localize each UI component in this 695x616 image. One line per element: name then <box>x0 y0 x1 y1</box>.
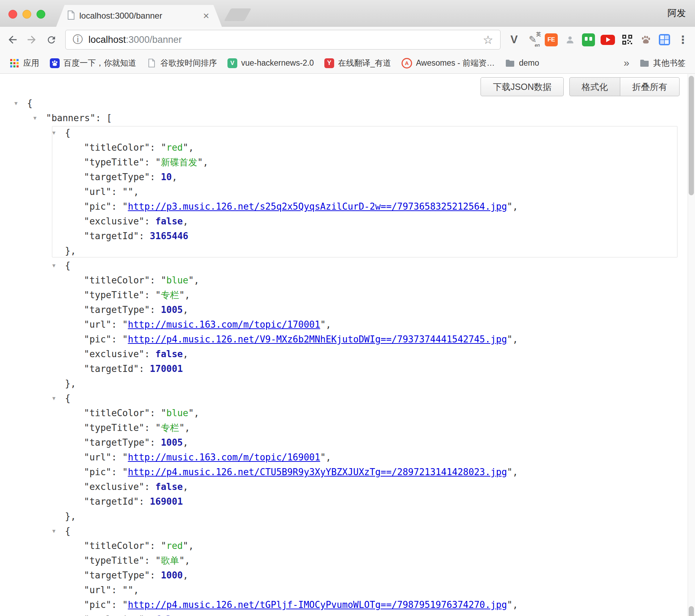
scrollbar-corner[interactable] <box>689 606 694 616</box>
bookmark-label: vue-hackernews-2.0 <box>241 58 314 68</box>
vertical-scrollbar[interactable] <box>688 74 695 616</box>
json-key: "typeTitle" <box>84 555 144 566</box>
json-line: ▼{ <box>0 125 688 140</box>
bookmark-item-youdao[interactable]: Y 在线翻译_有道 <box>320 55 396 71</box>
json-url-link[interactable]: http://music.163.com/m/topic/170001 <box>128 319 320 330</box>
new-tab-button[interactable] <box>224 8 251 21</box>
grid-extension-icon[interactable] <box>658 33 671 46</box>
profile-name[interactable]: 阿发 <box>668 0 686 26</box>
awesomes-icon: A <box>402 58 412 68</box>
json-key: "pic" <box>84 334 111 345</box>
collapse-all-button[interactable]: 折叠所有 <box>620 77 680 96</box>
collapse-arrow-icon[interactable]: ▼ <box>52 524 55 538</box>
person-extension-icon[interactable] <box>563 33 576 46</box>
json-line: "pic": "http://p3.music.126.net/s25q2x5Q… <box>0 199 688 214</box>
json-token: " <box>123 186 128 197</box>
json-line: "pic": "http://p4.music.126.net/V9-MXz6b… <box>0 332 688 347</box>
forward-button[interactable] <box>22 27 41 53</box>
json-url-link[interactable]: http://p4.music.126.net/CTU5B9R9y3XyYBZX… <box>128 467 507 477</box>
json-key: "titleColor" <box>84 142 150 153</box>
json-url-link[interactable]: http://music.163.com/m/topic/169001 <box>128 452 320 463</box>
json-punctuation: , <box>194 275 199 286</box>
json-line: "typeTitle": "新碟首发", <box>0 155 688 170</box>
json-line: "targetId": 169001 <box>0 494 688 509</box>
json-key: "typeTitle" <box>84 290 144 300</box>
json-key: "url" <box>84 585 111 595</box>
bookmark-star-icon[interactable]: ☆ <box>483 33 493 47</box>
paw-extension-icon[interactable] <box>639 33 652 46</box>
tab-close-icon[interactable]: × <box>203 11 209 21</box>
json-tree: ▼{▼"banners": [▼{"titleColor": "red","ty… <box>0 96 688 616</box>
dictionary-extension-icon[interactable]: ✎ 英 en <box>526 33 539 46</box>
collapse-arrow-icon[interactable]: ▼ <box>52 258 55 273</box>
json-url-link[interactable]: http://p4.music.126.net/tGPljf-IMOCyPvum… <box>128 599 507 610</box>
json-line: "typeTitle": "专栏", <box>0 420 688 435</box>
bookmark-item-baidu[interactable]: 百度一下，你就知道 <box>45 55 141 71</box>
json-punctuation: : <box>144 157 155 168</box>
download-json-button[interactable]: 下载JSON数据 <box>481 77 564 96</box>
other-bookmarks-label: 其他书签 <box>653 58 686 68</box>
collapse-arrow-icon[interactable]: ▼ <box>14 96 18 111</box>
json-punctuation: : <box>111 467 122 477</box>
bookmarks-bar: 应用 百度一下，你就知道 谷歌按时间排序 V vue-hackernews-2.… <box>0 53 695 74</box>
page-icon <box>67 11 75 21</box>
json-line: "url": "", <box>0 583 688 597</box>
browser-toolbar: ⓘ localhost :3000/banner ☆ V ✎ 英 en FE <box>0 27 695 53</box>
close-window-button[interactable] <box>8 10 17 19</box>
bookmark-label: Awesomes - 前端资… <box>416 58 495 68</box>
youtube-extension-icon[interactable] <box>601 35 615 45</box>
bookmark-label: demo <box>519 58 539 68</box>
url-path: :3000/banner <box>126 34 182 45</box>
json-token: " <box>123 334 128 345</box>
json-line: "url": "", <box>0 184 688 199</box>
url-input[interactable]: ⓘ localhost :3000/banner ☆ <box>65 30 501 50</box>
json-number-value: 10 <box>161 172 172 182</box>
dict-badge-en: en <box>535 42 540 48</box>
reload-button[interactable] <box>42 27 60 53</box>
minimize-window-button[interactable] <box>22 10 31 19</box>
bookmark-item-awesomes[interactable]: A Awesomes - 前端资… <box>397 55 499 71</box>
collapse-arrow-icon[interactable]: ▼ <box>52 391 55 406</box>
dict-badge-cn: 英 <box>536 31 541 38</box>
zoom-window-button[interactable] <box>37 10 45 19</box>
json-punctuation: , <box>188 142 194 153</box>
bookmark-item-vue-hackernews[interactable]: V vue-hackernews-2.0 <box>223 56 318 70</box>
json-token: " <box>179 290 185 300</box>
json-punctuation: { <box>65 127 71 138</box>
json-line: "url": "http://music.163.com/m/topic/169… <box>0 450 688 465</box>
back-button[interactable] <box>4 27 22 53</box>
format-button[interactable]: 格式化 <box>569 77 620 96</box>
fehelper-extension-icon[interactable]: FE <box>545 33 558 46</box>
qrcode-extension-icon[interactable] <box>621 33 634 46</box>
json-token: " <box>183 142 188 153</box>
json-url-link[interactable]: http://p3.music.126.net/s25q2x5QyqsAzilC… <box>128 201 507 212</box>
vimium-extension-icon[interactable]: V <box>508 33 521 46</box>
json-boolean-value: false <box>155 614 183 616</box>
json-string-value: red <box>166 540 183 551</box>
json-punctuation: : <box>150 540 161 551</box>
json-punctuation: : <box>150 304 161 315</box>
tampermonkey-extension-icon[interactable] <box>582 33 595 46</box>
site-info-icon[interactable]: ⓘ <box>73 33 83 47</box>
json-punctuation: : [ <box>95 113 112 123</box>
other-bookmarks[interactable]: 其他书签 <box>635 55 690 71</box>
collapse-arrow-icon[interactable]: ▼ <box>52 125 55 140</box>
chrome-menu-icon[interactable]: ⋮ <box>676 33 689 46</box>
scrollbar-thumb[interactable] <box>689 76 694 195</box>
bookmark-item-apps[interactable]: 应用 <box>5 55 44 71</box>
json-token: " <box>197 157 203 168</box>
json-punctuation: , <box>185 555 190 566</box>
bookmarks-overflow-chevron[interactable]: » <box>620 57 634 69</box>
json-boolean-value: false <box>155 349 183 359</box>
json-token: " <box>123 319 128 330</box>
collapse-arrow-icon[interactable]: ▼ <box>33 111 37 125</box>
json-punctuation: , <box>326 452 331 463</box>
json-object-highlight: ▼{"titleColor": "red","typeTitle": "新碟首发… <box>0 125 688 258</box>
json-punctuation: : <box>111 452 122 463</box>
json-line: }, <box>0 376 688 391</box>
bookmark-item-google-sort[interactable]: 谷歌按时间排序 <box>142 55 221 71</box>
json-url-link[interactable]: http://p4.music.126.net/V9-MXz6b2MNhEKju… <box>128 334 507 345</box>
json-key: "targetId" <box>84 363 139 374</box>
browser-tab[interactable]: localhost:3000/banner × <box>56 5 222 27</box>
bookmark-item-demo[interactable]: demo <box>501 56 544 70</box>
